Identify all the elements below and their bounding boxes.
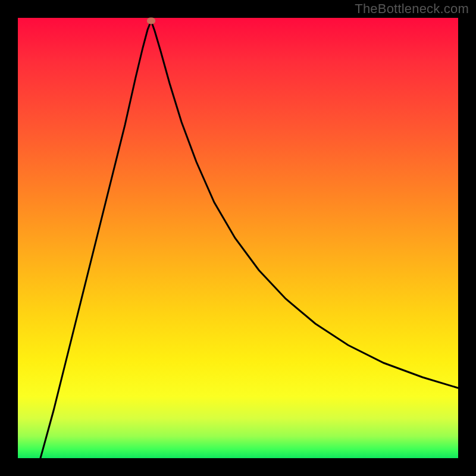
- chart-frame: TheBottleneck.com: [0, 0, 476, 476]
- curve-svg: [18, 18, 458, 458]
- minimum-marker: [147, 18, 155, 24]
- plot-area: [18, 18, 458, 458]
- bottleneck-curve: [40, 21, 458, 458]
- watermark-text: TheBottleneck.com: [355, 1, 469, 17]
